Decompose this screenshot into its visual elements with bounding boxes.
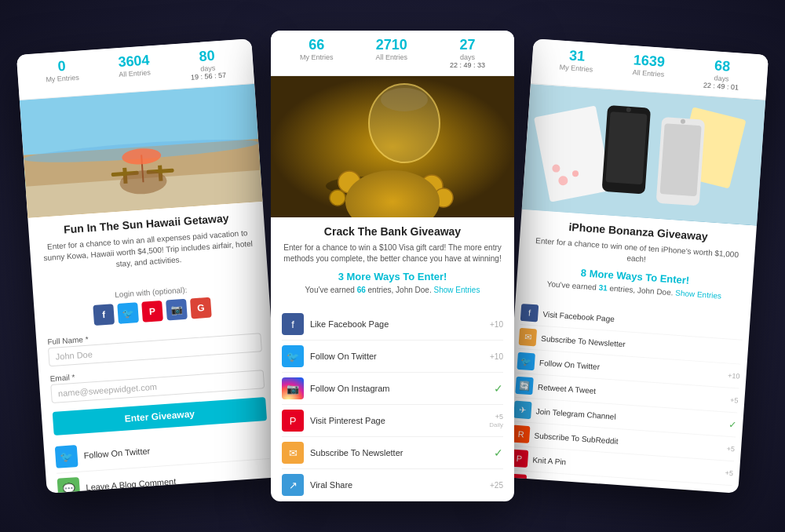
entry-label: Visit Pinterest Page xyxy=(310,416,489,425)
center-card-title: Crack The Bank Giveaway xyxy=(282,225,503,238)
svg-point-17 xyxy=(403,184,421,201)
twitter-icon: 🐦 xyxy=(517,352,535,370)
center-hero-image xyxy=(271,76,514,217)
reddit-icon: R xyxy=(512,425,530,443)
facebook-login-btn[interactable]: f xyxy=(93,304,115,326)
list-item: 🐦 Follow On Twitter +10 xyxy=(282,341,503,373)
entry-points: +10 xyxy=(490,320,503,329)
center-entry-list: f Like Facebook Page +10 🐦 Follow On Twi… xyxy=(271,308,514,501)
entry-label: Subscribe To Newsletter xyxy=(310,448,494,457)
email-icon: ✉ xyxy=(519,328,537,346)
center-stats-bar: 66 My Entries 2710 All Entries 27 days 2… xyxy=(271,31,514,76)
right-all-entries: 1639 All Entries xyxy=(632,52,666,86)
list-item: ☁ Download App xyxy=(59,491,274,494)
blog-icon: 💬 xyxy=(57,477,81,494)
entry-points: +10 xyxy=(490,352,503,361)
left-all-entries: 3604 All Entries xyxy=(118,52,152,86)
pinterest-icon: P xyxy=(282,410,304,432)
entry-points: +5 xyxy=(725,469,733,478)
center-all-entries: 2710 All Entries xyxy=(375,37,407,69)
center-days: 27 days 22 : 49 : 33 xyxy=(450,37,485,69)
svg-point-21 xyxy=(393,193,407,207)
center-earned-text: You've earned 66 entries, John Doe. Show… xyxy=(282,286,503,294)
entry-points: +10 xyxy=(728,372,740,381)
svg-point-20 xyxy=(434,188,453,207)
list-item: f Like Facebook Page +10 xyxy=(282,308,503,341)
card-center: 66 My Entries 2710 All Entries 27 days 2… xyxy=(271,31,514,501)
pinterest-login-btn[interactable]: P xyxy=(141,301,163,322)
left-days: 80 days 19 : 56 : 57 xyxy=(188,47,226,82)
email-icon: ✉ xyxy=(282,442,304,464)
facebook-icon: f xyxy=(520,304,539,322)
entry-points: +5 xyxy=(730,396,739,405)
check-icon: ✓ xyxy=(723,492,732,494)
check-icon: ✓ xyxy=(494,446,503,459)
entry-label: Leave A Blog Comment xyxy=(86,470,271,492)
left-my-entries: 0 My Entries xyxy=(45,57,80,92)
list-item: P Visit Pinterest Page +5Daily xyxy=(282,405,503,437)
center-my-entries: 66 My Entries xyxy=(300,37,334,69)
right-days: 68 days 22 : 49 : 01 xyxy=(703,57,741,92)
twitter-retweet-icon: 🔄 xyxy=(515,377,533,395)
svg-point-14 xyxy=(338,171,360,193)
entry-label: Follow On Twitter xyxy=(83,438,268,460)
right-show-entries-link[interactable]: Show Entries xyxy=(675,289,722,301)
center-ways-heading: 3 More Ways To Enter! xyxy=(282,271,503,282)
card-right: 31 My Entries 1639 All Entries 68 days 2… xyxy=(503,38,769,494)
check-icon: ✓ xyxy=(728,419,737,431)
entry-label: Viral Share xyxy=(310,480,490,490)
right-entry-list: f Visit Facebook Page ✉ Subscribe To New… xyxy=(503,300,750,493)
svg-rect-29 xyxy=(659,123,701,196)
svg-point-12 xyxy=(381,88,428,111)
right-card-content: iPhone Bonanza Giveaway Enter for a chan… xyxy=(516,210,757,317)
center-card-content: Crack The Bank Giveaway Enter for a chan… xyxy=(271,217,514,308)
list-item: 📷 Follow On Instagram ✓ xyxy=(282,373,503,405)
left-hero-image xyxy=(20,84,263,218)
instagram-icon: 📷 xyxy=(282,377,304,399)
twitter-icon: 🐦 xyxy=(55,445,78,468)
card-left: 0 My Entries 3604 All Entries 80 days 19… xyxy=(16,38,282,494)
google-login-btn[interactable]: G xyxy=(190,297,212,319)
show-entries-link[interactable]: Show Entries xyxy=(433,286,480,294)
cards-container: 0 My Entries 3604 All Entries 80 days 19… xyxy=(16,15,769,517)
check-icon: ✓ xyxy=(494,382,503,395)
entry-points: +5Daily xyxy=(489,413,503,428)
entry-label: Like Facebook Page xyxy=(310,319,490,329)
entry-points: +5 xyxy=(726,445,735,454)
instagram-login-btn[interactable]: 📷 xyxy=(166,299,188,321)
entry-label: Follow On Instagram xyxy=(310,384,494,393)
svg-rect-26 xyxy=(605,111,647,184)
list-item: ✉ Subscribe To Newsletter ✓ xyxy=(282,437,503,469)
center-card-desc: Enter for a chance to win a $100 Visa gi… xyxy=(282,242,503,264)
twitter-icon: 🐦 xyxy=(282,345,304,367)
svg-point-19 xyxy=(330,190,345,206)
right-my-entries: 31 My Entries xyxy=(559,47,594,82)
svg-point-15 xyxy=(363,180,382,199)
share-icon: ↗ xyxy=(282,474,304,496)
list-item: ↗ Viral Share +25 xyxy=(282,469,503,501)
entry-points: +25 xyxy=(490,481,503,490)
left-entry-list: 🐦 Follow On Twitter 💬 Leave A Blog Comme… xyxy=(43,426,282,494)
telegram-icon: ✈ xyxy=(513,401,531,419)
facebook-icon: f xyxy=(282,313,304,335)
right-hero-image xyxy=(522,84,765,226)
entry-label: Follow On Twitter xyxy=(310,352,490,361)
twitter-login-btn[interactable]: 🐦 xyxy=(117,302,139,324)
svg-point-16 xyxy=(382,174,403,195)
